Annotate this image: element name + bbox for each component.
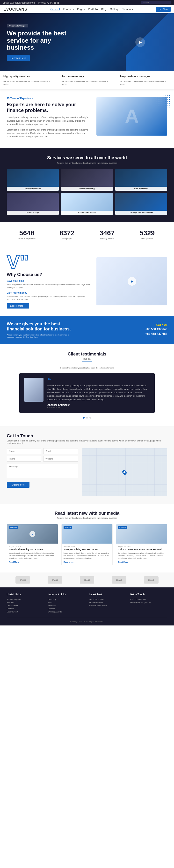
contact-email-input[interactable] — [43, 448, 78, 454]
contact-website-input[interactable] — [43, 456, 78, 462]
footer-useful-link-4[interactable]: Portfolio — [7, 608, 44, 610]
nav-link-gallery[interactable]: Gallery — [110, 8, 118, 11]
nav-link-elements[interactable]: Elements — [122, 8, 133, 11]
footer-useful-link-5[interactable]: User Ourself — [7, 611, 44, 613]
news-read-more-2[interactable]: Read More → — [64, 561, 110, 563]
hero-cta-button[interactable]: Services Here — [7, 55, 30, 61]
services-grid: Powerful Website Media Marketing Web Int… — [7, 169, 167, 215]
contact-name-input[interactable] — [7, 448, 41, 454]
brand-3: BRAND — [80, 576, 94, 584]
hero-section: Welcome to Wingtec We provide the best s… — [0, 13, 174, 71]
testimonial-role: CEO / Director — [47, 406, 150, 408]
service-card-4[interactable]: Unique Design — [7, 193, 59, 215]
footer-col-useful-links: Useful Links About Company Features Late… — [7, 593, 44, 614]
footer-post-3[interactable]: at Some Good Name — [89, 604, 126, 607]
news-read-more-3[interactable]: Read More → — [118, 561, 165, 563]
news-card-2: Finance August 8, 2024 What patronizing … — [61, 524, 113, 565]
news-img-2: Finance — [61, 524, 113, 544]
footer-important-link-3[interactable]: Research — [48, 604, 85, 607]
navbar: EVOCKANS General Features Pages Portfoli… — [0, 5, 174, 13]
footer-contact-phone[interactable]: +50 555 555 5555 — [130, 598, 167, 600]
news-play-1[interactable] — [29, 531, 35, 537]
contact-subtitle: Lorem ipsum is simply dummy text of the … — [7, 439, 167, 444]
footer-col-important-links: Important Links Company Products Researc… — [48, 593, 85, 614]
testimonial-dot-3[interactable] — [90, 417, 91, 418]
hero-badge: Welcome to Wingtec — [7, 24, 28, 27]
stats-bar-underline-2 — [61, 79, 67, 79]
stats-bar-desc-1: We dedicated professionals the home admi… — [3, 80, 54, 86]
stats-bar-underline-3 — [120, 79, 125, 79]
about-title: Experts are here to solve your finance p… — [7, 102, 92, 113]
nav-link-general[interactable]: General — [50, 8, 60, 11]
why-play-button[interactable] — [128, 277, 136, 286]
nav-link-blog[interactable]: Blog — [101, 8, 106, 11]
footer-post-1[interactable]: Home Wide Web — [89, 598, 126, 600]
stats-bar-underline-1 — [3, 79, 9, 79]
why-text: V" Why Choose us? Save your time It is a… — [7, 254, 92, 309]
testimonial-dot-1[interactable] — [83, 417, 84, 418]
news-img-1: Business — [7, 524, 58, 544]
cta-blue-section: We are gives you the best financial solu… — [0, 316, 174, 344]
footer-useful-link-3[interactable]: Latest Media — [7, 604, 44, 607]
nav-link-features[interactable]: Features — [63, 8, 74, 11]
news-grid: Business August 14, 2024 How did First U… — [7, 524, 167, 565]
service-card-2[interactable]: Media Marketing — [61, 169, 113, 191]
footer-important-links-title: Important Links — [48, 593, 85, 596]
news-read-more-1[interactable]: Read More → — [9, 561, 56, 563]
nav-link-portfolio[interactable]: Portfolio — [88, 8, 98, 11]
about-section: 25 Years of Experience Experts are here … — [0, 89, 174, 148]
footer-useful-link-1[interactable]: About Company — [7, 598, 44, 600]
why-section1-body: It is a long established fact that a rea… — [7, 283, 92, 289]
testimonials-sub2: Dummy the printing typesetting has been … — [7, 367, 167, 369]
why-title: Why Choose us? — [7, 272, 92, 277]
footer-useful-link-2[interactable]: Features — [7, 601, 44, 603]
brand-1: BRAND — [16, 576, 30, 584]
footer-important-link-5[interactable]: Winning Awards — [48, 611, 85, 613]
footer-contact-email[interactable]: example@example.com — [130, 601, 167, 603]
hero-play-button[interactable] — [135, 37, 145, 47]
news-excerpt-1: Lorem ipsum is simply dummy text of the … — [9, 552, 56, 560]
about-text: 25 Years of Experience Experts are here … — [7, 97, 92, 140]
service-card-label-6: Savings and Investments — [115, 211, 167, 215]
stats-bar: High quality services We dedicated profe… — [0, 71, 174, 89]
service-card-label-2: Media Marketing — [61, 187, 113, 191]
nav-cta-button[interactable]: Let Now — [156, 7, 171, 12]
contact-section: Get in Touch Lorem ipsum is simply dummy… — [0, 426, 174, 504]
footer-latest-post-list: Home Wide Web Read More Post at Some Goo… — [89, 598, 126, 607]
why-explore-button[interactable]: Explore more → — [7, 303, 29, 309]
top-bar: email: example@domain.com Phone: +1 (4) … — [0, 0, 174, 5]
cta-blue-title: We are gives you the best financial solu… — [7, 321, 74, 332]
contact-phone-input[interactable] — [7, 456, 41, 462]
number-label-1: Years of Experience — [7, 238, 47, 240]
why-img-box — [96, 257, 167, 305]
service-card-3[interactable]: Web Interactive — [115, 169, 167, 191]
footer-copyright: Copyright © 2024. All Rights Reserved. — [7, 618, 167, 623]
number-item-2: 8372 Total project — [47, 229, 87, 240]
service-card-6[interactable]: Savings and Investments — [115, 193, 167, 215]
footer-contact-title: Get in Touch — [130, 593, 167, 596]
service-card-1[interactable]: Powerful Website — [7, 169, 59, 191]
why-section1-title: Save your time — [7, 280, 92, 282]
testimonial-dot-2[interactable] — [86, 417, 88, 418]
footer-contact-list: +50 555 555 5555 example@example.com — [130, 598, 167, 603]
footer-important-link-1[interactable]: Company — [48, 598, 85, 600]
nav-link-pages[interactable]: Pages — [77, 8, 84, 11]
services-title: Services we serve to all over the world — [7, 155, 167, 160]
news-img-3: Business — [116, 524, 167, 544]
footer-post-2[interactable]: Read More Post — [89, 601, 126, 603]
service-card-5[interactable]: Loans and Finance — [61, 193, 113, 215]
brand-2: BRAND — [48, 576, 62, 584]
testimonial-avatar — [24, 378, 44, 402]
cta-phone-1[interactable]: +00 568 437 648 — [146, 327, 167, 332]
contact-phone-field — [7, 456, 41, 462]
contact-submit-button[interactable]: Explore more — [7, 482, 29, 488]
cta-phone-2[interactable]: +88 468 437 684 — [146, 332, 167, 336]
topbar-search[interactable] — [141, 1, 171, 4]
testimonial-dots — [7, 417, 167, 418]
contact-message-textarea[interactable] — [7, 464, 78, 478]
footer-important-link-4[interactable]: Careers — [48, 608, 85, 610]
footer-important-link-2[interactable]: Products — [48, 601, 85, 603]
stats-bar-title-3: Easy business manages — [120, 75, 171, 78]
footer-latest-post-title: Latest Post — [89, 593, 126, 596]
testimonial-quote-icon: ❝ — [47, 378, 150, 383]
